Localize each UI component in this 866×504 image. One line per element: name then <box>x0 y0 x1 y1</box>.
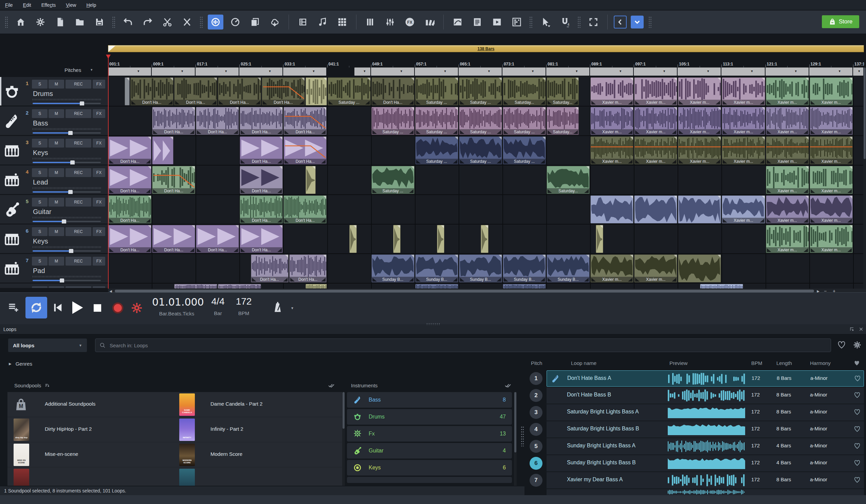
instrument-row-keys[interactable]: Keys6 <box>347 460 512 476</box>
audio-clip[interactable]: Xavier m... <box>810 195 853 224</box>
fade-out-icon[interactable] <box>146 189 151 193</box>
audio-clip[interactable]: Saturday ... <box>371 166 414 194</box>
pitch-button-4[interactable]: 4 <box>530 423 543 436</box>
audio-clip[interactable]: Don't Ha... <box>108 225 152 253</box>
fade-handle-icon[interactable] <box>301 78 304 81</box>
fade-in-icon[interactable] <box>767 160 771 163</box>
fade-handle-icon[interactable] <box>718 255 721 258</box>
fade-handle-icon[interactable] <box>192 107 195 110</box>
fade-out-icon[interactable] <box>453 278 457 282</box>
fade-out-icon[interactable] <box>497 101 501 104</box>
fade-handle-icon[interactable] <box>170 78 173 81</box>
piano-roll-icon[interactable] <box>363 14 378 30</box>
audio-clip[interactable]: Don't Ha... <box>218 77 261 105</box>
fade-out-icon[interactable] <box>234 248 238 252</box>
sort-icon[interactable] <box>44 383 50 388</box>
audio-clip[interactable] <box>125 77 129 105</box>
fade-handle-icon[interactable] <box>499 78 502 81</box>
audio-clip[interactable] <box>590 195 633 224</box>
fade-out-icon[interactable] <box>321 278 325 282</box>
audio-clip[interactable] <box>415 284 458 289</box>
loop-preview-waveform[interactable] <box>667 373 746 386</box>
loops-view-icon[interactable] <box>208 14 223 30</box>
volume-slider-knob[interactable] <box>68 131 73 135</box>
section-block[interactable]: ▼ <box>590 68 633 76</box>
fade-in-icon[interactable] <box>460 160 464 163</box>
favorite-heart-icon[interactable] <box>854 409 861 415</box>
fade-out-icon[interactable] <box>847 219 852 222</box>
fade-out-icon[interactable] <box>409 130 413 134</box>
fade-handle-icon[interactable] <box>148 166 151 169</box>
fade-in-icon[interactable] <box>504 278 508 282</box>
audio-clip[interactable]: Xavier m... <box>766 225 809 253</box>
fade-in-icon[interactable] <box>504 160 508 163</box>
audio-clip[interactable] <box>481 225 488 253</box>
fade-out-icon[interactable] <box>146 160 151 163</box>
track-fx-button[interactable]: FX <box>93 80 105 89</box>
fade-out-icon[interactable] <box>256 101 260 104</box>
audio-clip[interactable]: Don't Ha... <box>240 107 283 135</box>
fade-handle-icon[interactable] <box>806 107 809 110</box>
fade-handle-icon[interactable] <box>279 196 282 199</box>
fade-out-icon[interactable] <box>409 278 413 282</box>
fade-out-icon[interactable] <box>497 160 501 163</box>
fade-out-icon[interactable] <box>573 130 578 134</box>
fade-out-icon[interactable] <box>760 130 764 134</box>
pitch-button-2[interactable]: 2 <box>530 389 543 402</box>
fade-in-icon[interactable] <box>591 101 596 104</box>
select-all-soundpools-icon[interactable] <box>328 382 335 389</box>
panel-splitter-handle[interactable] <box>521 426 524 446</box>
audio-clip[interactable]: Xavier m... <box>678 77 721 105</box>
fade-in-icon[interactable] <box>109 160 114 163</box>
track-s-button[interactable]: S <box>32 168 47 177</box>
fade-handle-icon[interactable] <box>214 78 217 81</box>
scroll-left-icon[interactable]: ◀ <box>108 289 113 293</box>
audio-clip[interactable]: Sunday B... <box>503 254 546 283</box>
audio-clip[interactable] <box>437 225 444 253</box>
zoom-in-button[interactable]: + <box>830 288 839 293</box>
audio-clip[interactable]: Don't Ha... <box>251 254 289 283</box>
audio-templates-icon[interactable] <box>315 14 330 30</box>
timeline-ruler[interactable]: 001:1009:1017:1025:1033:1041:1049:1057:1… <box>108 55 864 68</box>
track-rec-button[interactable]: REC <box>66 198 91 207</box>
fade-in-icon[interactable] <box>241 248 245 252</box>
column-header[interactable]: Loop name <box>571 360 597 366</box>
fade-out-icon[interactable] <box>453 101 457 104</box>
audio-clip[interactable]: Xavier m... <box>810 225 853 253</box>
fade-handle-icon[interactable] <box>586 166 589 169</box>
track-fx-button[interactable]: FX <box>93 198 105 207</box>
toolbar-grip[interactable] <box>529 16 533 28</box>
redo-icon[interactable] <box>140 14 155 30</box>
fade-out-icon[interactable] <box>321 130 325 134</box>
section-dropdown-icon[interactable]: ▼ <box>268 70 271 73</box>
fade-in-icon[interactable] <box>373 278 377 282</box>
instruments-scrollbar[interactable] <box>514 392 517 486</box>
fade-out-icon[interactable] <box>190 189 194 193</box>
fade-out-icon[interactable] <box>168 101 173 104</box>
audio-clip[interactable]: Saturday... <box>546 77 579 105</box>
track-rec-button[interactable]: REC <box>66 257 91 266</box>
fade-handle-icon[interactable] <box>279 137 282 140</box>
fade-out-icon[interactable] <box>541 101 545 104</box>
vscroll-thumb[interactable] <box>864 68 866 159</box>
fade-handle-icon[interactable] <box>630 107 633 110</box>
pitch-button-7[interactable]: 7 <box>530 474 543 487</box>
fade-out-icon[interactable] <box>212 101 216 104</box>
fade-handle-icon[interactable] <box>806 137 809 140</box>
fade-handle-icon[interactable] <box>148 196 151 199</box>
fade-in-icon[interactable] <box>373 189 377 193</box>
menu-help[interactable]: Help <box>81 2 101 8</box>
fade-in-icon[interactable] <box>635 278 640 282</box>
section-dropdown-icon[interactable]: ▼ <box>137 70 140 73</box>
fade-out-icon[interactable] <box>672 160 676 163</box>
fade-in-icon[interactable] <box>285 160 289 163</box>
track-m-button[interactable]: M <box>48 80 64 89</box>
genres-expander[interactable]: ▶ Genres <box>9 361 32 367</box>
section-dropdown-icon[interactable]: ▼ <box>795 70 797 73</box>
save-project-icon[interactable] <box>92 14 107 30</box>
instrument-row-fx[interactable]: Fx13 <box>347 426 512 442</box>
section-dropdown-icon[interactable]: ▼ <box>444 70 447 73</box>
fade-handle-icon[interactable] <box>323 107 326 110</box>
section-block[interactable]: ▼ <box>371 68 414 76</box>
fade-in-icon[interactable] <box>679 160 684 163</box>
